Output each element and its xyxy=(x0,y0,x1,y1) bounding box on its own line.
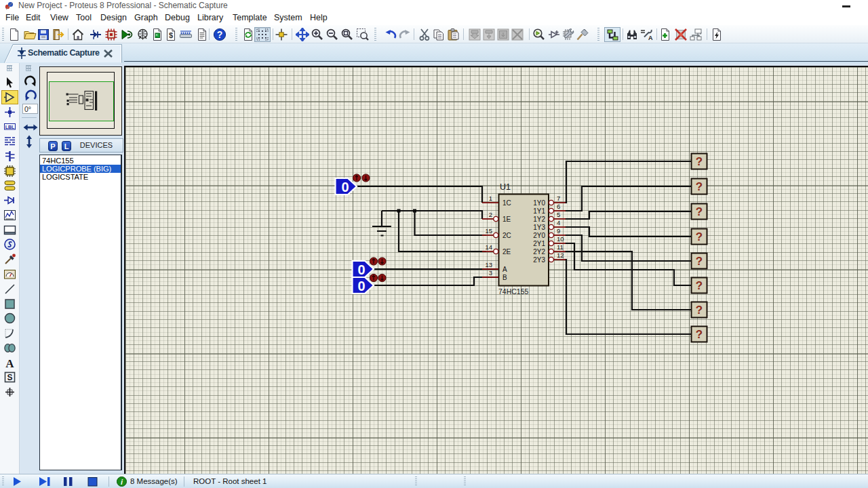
svg-text:4: 4 xyxy=(557,219,560,226)
svg-text:11: 11 xyxy=(557,243,564,251)
svg-text:A: A xyxy=(648,35,653,41)
svg-text:14: 14 xyxy=(485,243,492,251)
svg-text:U1: U1 xyxy=(500,182,511,192)
svg-text:5: 5 xyxy=(557,211,560,218)
svg-text:1Y1: 1Y1 xyxy=(533,207,545,215)
svg-text:2Y2: 2Y2 xyxy=(533,248,545,256)
svg-text:12: 12 xyxy=(557,251,564,259)
svg-text:1E: 1E xyxy=(502,216,511,223)
svg-text:LBL: LBL xyxy=(5,125,15,129)
svg-text:1Y0: 1Y0 xyxy=(533,199,545,207)
svg-text:2Y3: 2Y3 xyxy=(533,256,545,264)
svg-text:1Y3: 1Y3 xyxy=(533,224,545,231)
svg-text:1Y2: 1Y2 xyxy=(533,216,545,223)
svg-text:2E: 2E xyxy=(502,248,511,256)
svg-text:74HC155: 74HC155 xyxy=(498,287,529,296)
svg-text:3: 3 xyxy=(489,269,492,277)
svg-text:2: 2 xyxy=(489,211,492,218)
svg-text:2Y0: 2Y0 xyxy=(533,232,545,239)
svg-text:0: 0 xyxy=(341,180,349,195)
svg-text:0: 0 xyxy=(357,262,365,277)
svg-text:13: 13 xyxy=(485,261,492,268)
svg-text:?: ? xyxy=(696,180,703,193)
svg-text:$: $ xyxy=(169,30,173,39)
svg-text:9: 9 xyxy=(557,227,560,235)
svg-text:B: B xyxy=(502,274,507,281)
svg-text:2C: 2C xyxy=(502,232,511,239)
svg-text:?: ? xyxy=(696,279,703,292)
svg-text:1: 1 xyxy=(489,195,492,202)
svg-text:2Y1: 2Y1 xyxy=(533,240,545,247)
svg-text:15: 15 xyxy=(485,227,492,235)
svg-text:?: ? xyxy=(696,155,703,168)
svg-text:?: ? xyxy=(696,304,703,317)
svg-text:?: ? xyxy=(696,230,703,243)
svg-text:?: ? xyxy=(217,29,223,40)
svg-text:A: A xyxy=(502,266,507,273)
svg-text:A: A xyxy=(5,357,14,370)
svg-text:1C: 1C xyxy=(502,199,511,207)
svg-text:S: S xyxy=(7,373,12,382)
svg-text:10: 10 xyxy=(557,235,564,243)
svg-text:?: ? xyxy=(696,205,703,218)
svg-text:0: 0 xyxy=(357,279,365,293)
svg-text:7: 7 xyxy=(557,195,560,202)
svg-text:6: 6 xyxy=(557,203,560,210)
svg-text:?: ? xyxy=(696,328,703,341)
svg-text:?: ? xyxy=(696,255,703,268)
